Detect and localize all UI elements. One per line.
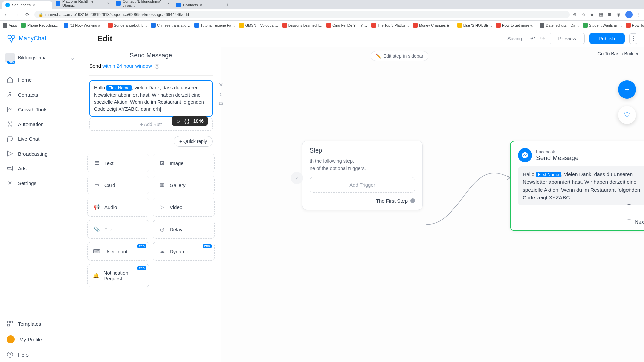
sidebar-item-profile[interactable]: My Profile [0,331,80,347]
bookmark-item[interactable]: Tutorial: Eigene Fa… [194,23,235,28]
block-gallery-button[interactable]: ▦Gallery [153,176,215,194]
block-dynamic-button[interactable]: ☁DynamicPRO [153,242,215,261]
block-video-button[interactable]: ▷Video [153,198,215,217]
bookmark-item[interactable]: How To Add A… [626,23,644,28]
block-text-button[interactable]: ☰Text [87,154,149,172]
undo-button[interactable]: ↶ [530,35,535,42]
content-block-grid: ☰Text 🖼Image ▭Card ▦Gallery 📢Audio ▷Vide… [80,154,221,287]
sidebar-item-growth[interactable]: Growth Tools [0,102,80,117]
publish-button[interactable]: Publish [589,33,625,44]
trigger-step-card[interactable]: ‹ Step th the following step. ne of the … [302,141,423,210]
close-icon[interactable]: × [33,3,35,7]
block-userinput-button[interactable]: ⌨User InputPRO [87,242,149,261]
bookmark-item[interactable]: Student Wants an… [583,23,622,28]
block-image-button[interactable]: 🖼Image [153,154,215,172]
send-window-link[interactable]: within 24 hour window [102,63,152,69]
zoom-in-button[interactable]: + [623,199,635,210]
add-step-fab[interactable]: + [618,80,636,99]
quick-reply-button[interactable]: + Quick reply [174,136,213,147]
new-tab-button[interactable]: + [223,2,231,9]
help-tooltip-icon[interactable]: ? [155,64,159,69]
close-icon[interactable]: × [107,1,109,5]
extension-icon[interactable]: ◉ [616,12,622,17]
panel-title: Send Message [80,47,221,63]
block-label: Image [170,160,184,166]
sidebar-item-livechat[interactable]: Live Chat [0,131,80,146]
forward-icon[interactable]: → [13,11,21,19]
block-notification-button[interactable]: 🔔Notification RequestPRO [87,264,149,287]
add-button-button[interactable]: + Add Butt ☺ { } 1846 [89,118,213,131]
bookmark-item[interactable]: Qing Fei De Yi – Yi… [326,23,367,28]
add-trigger-button[interactable]: Add Trigger [310,177,415,193]
bookmark-item[interactable]: Chinese translatio… [151,23,190,28]
variable-chip[interactable]: First Name [106,85,132,91]
prev-step-button[interactable]: ‹ [291,172,303,184]
profile-avatar[interactable] [625,11,633,18]
bookmark-item[interactable]: Datenschutz – Da… [540,23,579,28]
star-icon[interactable]: ☆ [582,12,587,17]
sidebar-item-settings[interactable]: Settings [0,176,80,190]
block-audio-button[interactable]: 📢Audio [87,198,149,217]
sidebar-item-templates[interactable]: Templates [0,316,80,331]
sidebar-item-home[interactable]: Home [0,72,80,87]
redo-button[interactable]: ↷ [540,35,545,42]
close-icon[interactable]: × [200,3,202,7]
sidebar-item-automation[interactable]: Automation [0,117,80,131]
first-step-connector[interactable]: The First Step [310,198,415,204]
browser-tab[interactable]: Sequences × [2,1,52,9]
edit-in-sidebar-pill[interactable]: ✏️ Edit step in sidebar [371,51,428,61]
extension-icon[interactable]: ◆ [590,12,596,17]
workspace-selector[interactable]: PRO Bildungsfirma ⌄ [0,50,80,66]
browser-tab[interactable]: Plattform-Richtlinien – Übersi… × [52,0,113,9]
bookmark-item[interactable]: How to get more v… [496,23,536,28]
more-menu-button[interactable] [629,33,637,44]
reload-icon[interactable]: ⟳ [24,11,31,19]
close-icon[interactable]: × [168,1,170,5]
bookmark-item[interactable]: Money Changes E… [413,23,453,28]
preview-button[interactable]: Preview [550,33,584,44]
translate-icon[interactable]: ⊕ [573,12,578,17]
go-basic-builder-link[interactable]: Go To Basic Builder [597,51,639,56]
bookmark-item[interactable]: (1) How Working a… [64,23,104,28]
auto-layout-icon[interactable]: ✦ [623,184,635,196]
block-file-button[interactable]: 📎File [87,220,149,239]
variable-button-icon[interactable]: { } [185,118,189,124]
connector-dot-icon[interactable] [410,198,415,203]
favorite-fab[interactable]: ♡ [618,106,636,124]
duplicate-block-icon[interactable]: ⧉ [218,101,223,106]
back-icon[interactable]: ← [3,11,10,19]
menu-icon[interactable]: ⋮ [636,12,641,17]
message-text-editor[interactable]: Hallo First Name, vielen Dank, dass du u… [89,80,213,117]
zoom-out-button[interactable]: − [623,214,635,225]
bookmark-item[interactable]: Sonderangebot: L… [108,23,147,28]
pro-badge: PRO [7,61,15,64]
bookmark-item[interactable]: LEE 'S HOUSE… [457,23,492,28]
block-delay-button[interactable]: ◷Delay [153,220,215,239]
brand-logo[interactable]: ManyChat [7,34,80,43]
url-input[interactable]: 🔒 manychat.com/fb198150208192618/sequenc… [34,11,570,18]
block-label: Card [104,182,115,188]
dynamic-icon: ☁ [158,248,166,255]
remove-block-icon[interactable]: ✕ [218,82,223,87]
extension-icon[interactable]: ▦ [599,12,604,17]
variable-chip: First Name [536,172,561,177]
sidebar-item-broadcast[interactable]: Broadcasting [0,146,80,161]
bookmark-item[interactable]: Phone Recycling,… [21,23,60,28]
sidebar-item-contacts[interactable]: Contacts [0,87,80,102]
browser-tab[interactable]: Contacts × [173,1,223,9]
browser-tab[interactable]: Contact "Bildungsfirma" throu… × [113,0,173,9]
flow-canvas[interactable]: ✏️ Edit step in sidebar Go To Basic Buil… [221,47,644,362]
nav-label: Broadcasting [18,151,48,157]
apps-button[interactable]: Apps [3,23,17,28]
extension-icon[interactable]: ❋ [608,12,613,17]
bookmark-item[interactable]: GMSN – Vologda,… [239,23,278,28]
emoji-button-icon[interactable]: ☺ [176,118,180,124]
block-card-button[interactable]: ▭Card [87,176,149,194]
bookmark-item[interactable]: The Top 3 Platfor… [371,23,409,28]
sidebar-item-help[interactable]: Help [0,347,80,362]
audio-icon: 📢 [93,203,100,211]
bookmark-item[interactable]: Lessons Learned f… [282,23,323,28]
move-block-icon[interactable]: ↕ [218,91,223,97]
svg-point-2 [9,92,11,95]
sidebar-item-ads[interactable]: Ads [0,161,80,176]
